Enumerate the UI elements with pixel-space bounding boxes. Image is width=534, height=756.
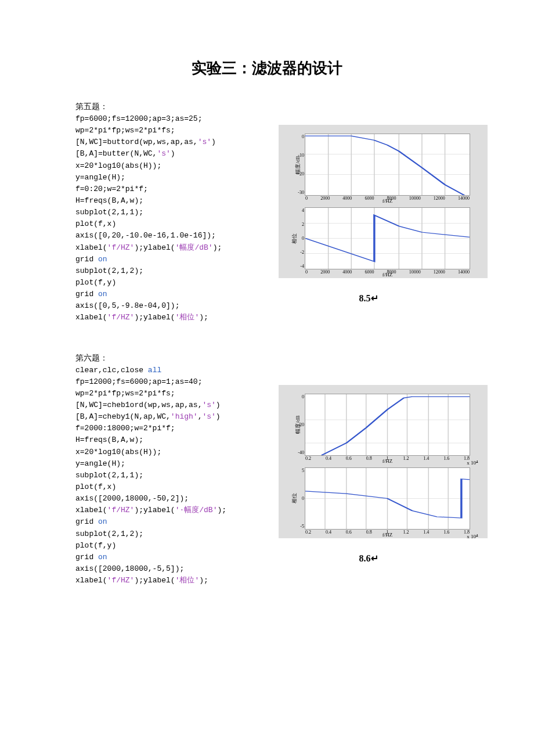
code-line: );ylabel(: [134, 576, 175, 585]
page-title: 实验三：滤波器的设计: [75, 58, 459, 78]
tick: 0.8: [366, 456, 372, 461]
tick: 0.6: [346, 456, 352, 461]
code-line: x=20*log10(abs(H));: [75, 448, 161, 456]
plot-6-phase: 相位 f/HZ x 10⁴ 5 0 -5 0.2 0.4 0.6 0.8 1: [305, 467, 470, 530]
problem-6-section: 第六题： clear,clc,close all fp=12000;fs=600…: [75, 353, 459, 587]
code-str: 'f/HZ': [107, 313, 135, 322]
code-line: f=0:20;w=2*pi*f;: [75, 185, 148, 193]
tick: 0: [294, 134, 304, 139]
tick: 0.2: [305, 456, 311, 461]
code-line: y=angle(H);: [75, 459, 125, 468]
code-line: xlabel(: [75, 313, 107, 322]
tick: 12000: [434, 269, 445, 275]
code-line: clear,clc,close: [75, 366, 148, 375]
code-line: [B,A]=cheby1(N,ap,WC,: [75, 412, 171, 421]
code-line: grid: [75, 290, 98, 298]
tick: 2: [294, 222, 304, 227]
tick: 1.2: [403, 456, 409, 461]
code-line: grid: [75, 553, 98, 561]
code-line: [B,A]=butter(N,WC,: [75, 149, 157, 158]
code-line: plot(f,x): [75, 219, 116, 228]
code-line: subplot(2,1,1);: [75, 208, 143, 217]
tick: 1.2: [403, 530, 409, 535]
code-line: subplot(2,1,1);: [75, 471, 143, 480]
code-str: '相位': [175, 313, 200, 322]
tick: 6000: [365, 269, 374, 275]
code-line: xlabel(: [75, 506, 107, 514]
tick: 2000: [320, 196, 330, 201]
tick: 0: [294, 236, 304, 241]
tick: -40: [294, 450, 304, 455]
code-line: fp=12000;fs=6000;ap=1;as=40;: [75, 377, 202, 386]
problem-5-figure: 幅度/dB f/HZ 0 -10 -20 -30 0 2000 4000 600…: [279, 125, 488, 278]
code-line: plot(f,x): [75, 483, 116, 491]
problem-5-label: 第五题：: [75, 102, 459, 112]
code-str: '相位': [175, 576, 200, 585]
plot-line-icon: [305, 468, 470, 529]
code-line: fp=6000;fs=12000;ap=3;as=25;: [75, 114, 202, 123]
code-line: );: [217, 506, 226, 514]
code-line: subplot(2,1,2);: [75, 267, 143, 275]
caption-text: 8.5: [359, 293, 371, 303]
code-line: );ylabel(: [134, 506, 175, 514]
code-line: xlabel(: [75, 576, 107, 585]
tick: 0.4: [326, 456, 331, 461]
tick: 10000: [409, 196, 421, 201]
tick: 0: [305, 196, 308, 201]
code-line: );: [213, 243, 222, 252]
tick: 4000: [342, 196, 352, 201]
code-line: subplot(2,1,2);: [75, 530, 143, 538]
code-line: f=2000:18000;w=2*pi*f;: [75, 424, 175, 433]
tick: 8000: [387, 196, 396, 201]
code-line: ): [211, 138, 216, 146]
yticks: 4 2 0 -2 -4: [294, 208, 304, 269]
code-line: );: [199, 313, 208, 322]
tick: 14000: [458, 196, 470, 201]
tick: 0.8: [366, 530, 372, 535]
code-line: axis([2000,18000,-50,2]);: [75, 494, 189, 503]
code-str: '·幅度/dB': [175, 506, 218, 514]
tick: 1.4: [423, 456, 429, 461]
code-kw: on: [98, 290, 107, 298]
code-line: y=angle(H);: [75, 173, 125, 182]
code-line: xlabel(: [75, 243, 107, 252]
tick: -5: [294, 524, 304, 529]
figure-caption: 8.5↵: [267, 293, 470, 304]
tick: 1.4: [423, 530, 429, 535]
code-line: ): [216, 401, 221, 409]
plot-6-magnitude: 幅度/dB f/HZ x 10⁴ 0 -20 -40 0.2 0.4 0.6 0…: [305, 394, 470, 456]
tick: 4: [294, 208, 304, 213]
tick: 1: [387, 530, 389, 535]
problem-6-figure: 幅度/dB f/HZ x 10⁴ 0 -20 -40 0.2 0.4 0.6 0…: [279, 385, 488, 538]
tick: 0: [294, 394, 304, 399]
tick: -2: [294, 250, 304, 255]
code-line: );ylabel(: [134, 243, 175, 252]
code-line: [N,WC]=buttord(wp,ws,ap,as,: [75, 138, 198, 146]
tick: 1.6: [443, 456, 449, 461]
tick: 0: [294, 496, 304, 501]
code-line: );: [199, 576, 208, 585]
tick: 2000: [320, 269, 330, 275]
code-line: H=freqs(B,A,w);: [75, 196, 143, 205]
plot-5-magnitude: 幅度/dB f/HZ 0 -10 -20 -30 0 2000 4000 600…: [305, 134, 470, 196]
tick: -4: [294, 264, 304, 269]
code-line: H=freqs(B,A,w);: [75, 435, 143, 444]
code-kw: on: [98, 517, 107, 526]
tick: -30: [294, 190, 304, 195]
xticks: 0.2 0.4 0.6 0.8 1 1.2 1.4 1.6 1.8: [305, 530, 470, 535]
code-kw: on: [98, 255, 107, 264]
code-str: 'high': [171, 412, 198, 421]
tick: 4000: [342, 269, 352, 275]
tick: 1.6: [443, 530, 449, 535]
code-line: plot(f,y): [75, 541, 116, 550]
code-line: );ylabel(: [134, 313, 175, 322]
code-str: 'f/HZ': [107, 506, 135, 514]
problem-5-section: 第五题： fp=6000;fs=12000;ap=3;as=25; wp=2*p…: [75, 102, 459, 324]
code-line: grid: [75, 517, 98, 526]
code-line: wp=2*pi*fp;ws=2*pi*fs;: [75, 389, 175, 398]
tick: -20: [294, 422, 304, 427]
problem-6-label: 第六题：: [75, 353, 459, 363]
code-kw: all: [148, 366, 161, 375]
code-line: ): [171, 149, 175, 158]
code-line: axis([0,20,-10.0e-16,1.0e-16]);: [75, 231, 216, 240]
